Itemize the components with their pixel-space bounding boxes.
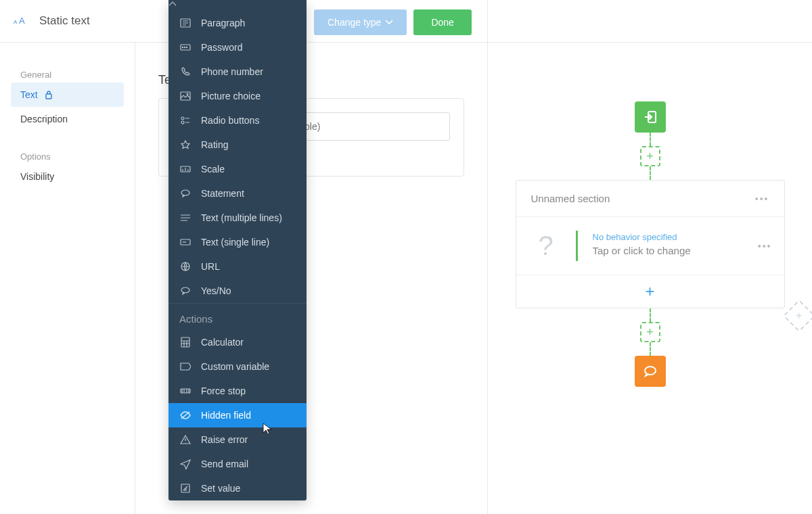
sidebar-item-text[interactable]: Text	[11, 83, 124, 107]
more-icon[interactable]: •••	[758, 241, 772, 252]
sidebar-item-label: Description	[20, 114, 68, 124]
change-type-label: Change type	[328, 17, 381, 28]
variable-icon	[179, 360, 191, 373]
type-dropdown: Paragraph Password Phone number Picture …	[168, 0, 307, 500]
add-step-button[interactable]: +	[640, 146, 660, 166]
svg-point-13	[181, 190, 189, 195]
connector	[650, 166, 651, 180]
section-body[interactable]: ? No behavior specified Tap or click to …	[516, 217, 784, 275]
sidebar: General Text Description Options Visibil…	[0, 43, 135, 514]
svg-point-11	[181, 121, 184, 124]
done-label: Done	[431, 17, 453, 28]
hidden-icon	[179, 409, 191, 421]
dropdown-actions-heading: Actions	[168, 303, 307, 330]
statement-icon	[179, 187, 191, 200]
svg-point-16	[181, 287, 189, 293]
type-picture-choice[interactable]: Picture choice	[168, 84, 307, 108]
entry-node[interactable]	[635, 101, 666, 133]
action-hidden-field[interactable]: Hidden field	[168, 403, 307, 427]
more-icon[interactable]: •••	[755, 193, 769, 204]
type-radio-buttons[interactable]: Radio buttons	[168, 108, 307, 133]
email-icon	[179, 458, 191, 470]
flow-canvas: + Unnamed section ••• ? No behavior spec…	[487, 0, 812, 514]
picture-icon	[179, 90, 191, 102]
action-calculator[interactable]: Calculator	[168, 330, 307, 354]
end-node[interactable]	[635, 356, 666, 387]
add-step-button[interactable]: +	[640, 322, 660, 342]
sidebar-item-description[interactable]: Description	[0, 107, 135, 131]
sidebar-section-general: General	[0, 63, 135, 83]
static-text-type-icon: AA	[14, 16, 28, 26]
type-paragraph[interactable]: Paragraph	[168, 11, 307, 35]
singleline-icon	[179, 236, 191, 248]
action-force-stop[interactable]: Force stop	[168, 379, 307, 403]
page-title: Static text	[39, 14, 90, 28]
tap-to-change-label: Tap or click to change	[593, 245, 731, 256]
svg-point-6	[184, 47, 185, 47]
setvalue-icon	[179, 482, 191, 494]
done-button[interactable]: Done	[413, 9, 471, 35]
question-mark-icon: ?	[516, 231, 576, 261]
mouse-cursor-icon	[263, 423, 272, 435]
connector	[650, 133, 651, 146]
type-url[interactable]: URL	[168, 254, 307, 279]
change-type-button[interactable]: Change type	[314, 9, 407, 35]
sidebar-item-label: Text	[20, 89, 38, 100]
sidebar-section-options: Options	[0, 145, 135, 164]
sidebar-item-label: Visibility	[20, 171, 54, 182]
svg-point-5	[182, 47, 183, 47]
type-text-multiline[interactable]: Text (multiple lines)	[168, 206, 307, 230]
svg-text:A: A	[19, 16, 25, 26]
action-custom-variable[interactable]: Custom variable	[168, 354, 307, 379]
no-behavior-label: No behavior specified	[593, 232, 731, 242]
type-text-singleline[interactable]: Text (single line)	[168, 230, 307, 254]
svg-point-9	[187, 93, 188, 95]
action-set-value[interactable]: Set value	[168, 476, 307, 500]
type-password[interactable]: Password	[168, 35, 307, 60]
action-send-email[interactable]: Send email	[168, 452, 307, 476]
svg-point-7	[186, 47, 187, 47]
yesno-icon	[179, 285, 191, 297]
action-raise-error[interactable]: Raise error	[168, 427, 307, 452]
connector	[650, 308, 651, 322]
type-phone[interactable]: Phone number	[168, 60, 307, 84]
section-card: Unnamed section ••• ? No behavior specif…	[516, 180, 785, 308]
error-icon	[179, 434, 191, 446]
type-yesno[interactable]: Yes/No	[168, 279, 307, 303]
section-title: Unnamed section	[531, 193, 610, 204]
svg-text:A: A	[14, 19, 18, 25]
sidebar-item-visibility[interactable]: Visibility	[0, 164, 135, 189]
svg-point-10	[181, 117, 184, 120]
chevron-down-icon	[385, 20, 393, 25]
radio-icon	[179, 114, 191, 126]
scroll-up-indicator[interactable]	[168, 0, 307, 11]
stop-icon	[179, 385, 191, 397]
calculator-icon	[179, 336, 191, 348]
scale-icon	[179, 163, 191, 175]
connector	[650, 342, 651, 356]
svg-rect-8	[181, 92, 190, 100]
lock-icon	[45, 90, 53, 99]
type-statement[interactable]: Statement	[168, 181, 307, 206]
paragraph-icon	[179, 17, 191, 29]
rating-icon	[179, 139, 191, 151]
type-rating[interactable]: Rating	[168, 133, 307, 157]
type-scale[interactable]: Scale	[168, 157, 307, 181]
top-buttons: Change type Done	[314, 9, 472, 35]
password-icon	[179, 41, 191, 53]
url-icon	[179, 260, 191, 273]
svg-rect-2	[46, 94, 51, 99]
svg-rect-17	[181, 337, 189, 347]
section-header[interactable]: Unnamed section •••	[516, 181, 784, 217]
multiline-icon	[179, 212, 191, 224]
section-add-button[interactable]: +	[516, 275, 784, 308]
phone-icon	[179, 66, 191, 78]
